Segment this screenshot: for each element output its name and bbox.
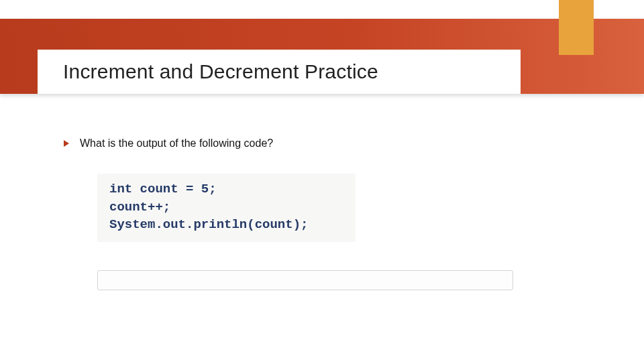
code-line-3: System.out.println(count); <box>109 216 343 234</box>
code-line-2: count++; <box>109 198 343 217</box>
content-area: What is the output of the following code… <box>64 137 604 290</box>
slide: Increment and Decrement Practice What is… <box>0 0 644 362</box>
code-line-1: int count = 5; <box>109 180 343 198</box>
code-block: int count = 5; count++; System.out.print… <box>97 174 356 242</box>
answer-box <box>97 270 513 290</box>
slide-title: Increment and Decrement Practice <box>63 60 378 83</box>
bullet-text: What is the output of the following code… <box>80 137 273 149</box>
bullet-row: What is the output of the following code… <box>64 137 604 149</box>
title-box: Increment and Decrement Practice <box>38 50 521 94</box>
arrow-right-icon <box>64 140 69 147</box>
accent-block <box>559 0 594 55</box>
